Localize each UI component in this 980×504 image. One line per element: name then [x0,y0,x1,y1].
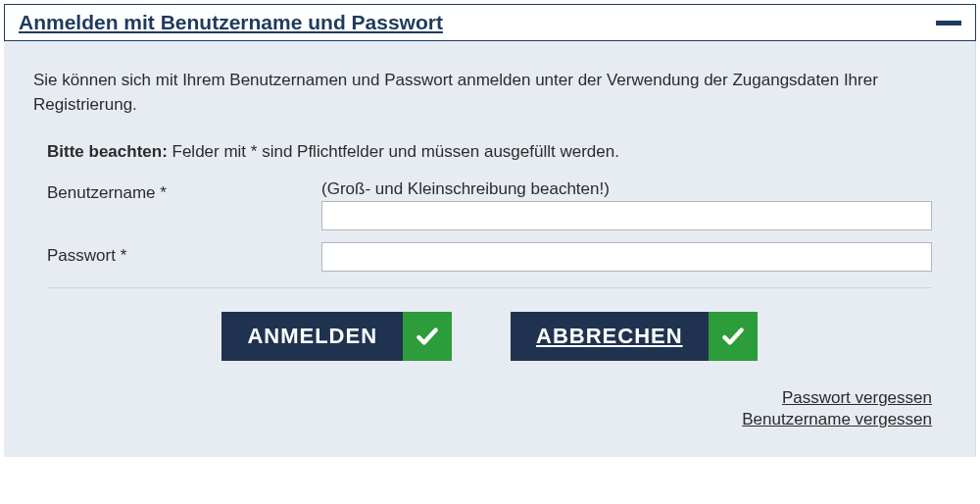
password-row: Passwort * [47,242,932,272]
panel-header[interactable]: Anmelden mit Benutzername und Passwort [4,4,976,41]
login-button-label: ANMELDEN [221,312,403,361]
forgot-username-link[interactable]: Benutzername vergessen [742,410,932,429]
cancel-button[interactable]: ABBRECHEN [511,312,758,361]
required-notice: Bitte beachten: Felder mit * sind Pflich… [47,142,932,162]
form-wrapper: Bitte beachten: Felder mit * sind Pflich… [33,142,946,429]
form-separator [47,287,932,288]
panel-body: Sie können sich mit Ihrem Benutzernamen … [4,41,976,457]
login-button[interactable]: ANMELDEN [221,312,452,361]
username-input[interactable] [321,201,932,230]
cancel-button-label: ABBRECHEN [511,312,709,361]
username-label: Benutzername * [47,179,321,203]
check-icon [403,312,452,361]
required-notice-bold: Bitte beachten: [47,142,168,161]
username-row: Benutzername * (Groß- und Kleinschreibun… [47,179,932,230]
panel-description: Sie können sich mit Ihrem Benutzernamen … [33,69,946,117]
panel-title: Anmelden mit Benutzername und Passwort [19,11,443,34]
username-hint: (Groß- und Kleinschreibung beachten!) [321,179,932,199]
username-field-wrapper: (Groß- und Kleinschreibung beachten!) [321,179,932,230]
password-label: Passwort * [47,242,321,266]
password-field-wrapper [321,242,932,272]
collapse-icon[interactable] [936,21,961,25]
login-panel: Anmelden mit Benutzername und Passwort S… [4,4,976,457]
forgot-password-link[interactable]: Passwort vergessen [782,388,932,408]
help-links: Passwort vergessen Benutzername vergesse… [47,388,932,429]
required-notice-text: Felder mit * sind Pflichtfelder und müss… [168,142,619,161]
check-icon [709,312,758,361]
password-input[interactable] [321,242,932,272]
button-row: ANMELDEN ABBRECHEN [47,312,932,361]
